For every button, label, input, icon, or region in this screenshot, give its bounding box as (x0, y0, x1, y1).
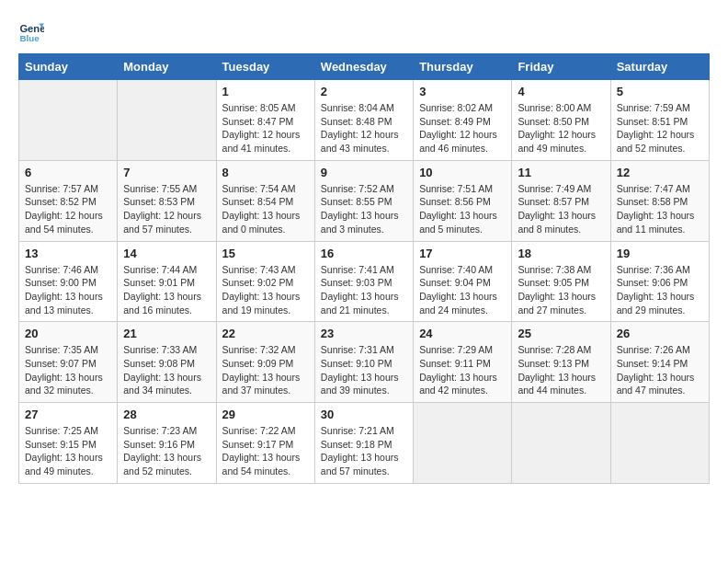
day-info: Sunrise: 7:31 AMSunset: 9:10 PMDaylight:… (321, 343, 407, 397)
day-number: 27 (25, 408, 111, 421)
day-info: Sunrise: 7:52 AMSunset: 8:55 PMDaylight:… (321, 182, 407, 236)
day-number: 17 (419, 247, 506, 260)
calendar-cell: 11Sunrise: 7:49 AMSunset: 8:57 PMDayligh… (512, 160, 610, 241)
calendar-cell (512, 403, 610, 484)
calendar-cell: 7Sunrise: 7:55 AMSunset: 8:53 PMDaylight… (118, 160, 216, 241)
day-info: Sunrise: 8:00 AMSunset: 8:50 PMDaylight:… (518, 101, 604, 155)
calendar-cell: 17Sunrise: 7:40 AMSunset: 9:04 PMDayligh… (414, 241, 512, 322)
calendar-cell: 24Sunrise: 7:29 AMSunset: 9:11 PMDayligh… (414, 322, 512, 403)
calendar-table: SundayMondayTuesdayWednesdayThursdayFrid… (18, 53, 710, 484)
calendar-cell: 8Sunrise: 7:54 AMSunset: 8:54 PMDaylight… (216, 160, 314, 241)
day-number: 23 (321, 327, 407, 340)
day-number: 1 (222, 85, 309, 98)
calendar-cell: 21Sunrise: 7:33 AMSunset: 9:08 PMDayligh… (118, 322, 216, 403)
day-number: 18 (518, 247, 604, 260)
day-number: 26 (617, 327, 703, 340)
logo: General Blue (18, 18, 48, 44)
day-info: Sunrise: 7:41 AMSunset: 9:03 PMDaylight:… (321, 263, 407, 317)
calendar-cell: 3Sunrise: 8:02 AMSunset: 8:49 PMDaylight… (414, 80, 512, 161)
day-info: Sunrise: 7:32 AMSunset: 9:09 PMDaylight:… (222, 343, 309, 397)
calendar-cell: 18Sunrise: 7:38 AMSunset: 9:05 PMDayligh… (512, 241, 610, 322)
day-number: 20 (25, 327, 111, 340)
calendar-cell: 27Sunrise: 7:25 AMSunset: 9:15 PMDayligh… (19, 403, 118, 484)
calendar-cell: 6Sunrise: 7:57 AMSunset: 8:52 PMDaylight… (19, 160, 118, 241)
day-number: 3 (419, 85, 506, 98)
day-number: 6 (25, 166, 111, 179)
day-info: Sunrise: 7:55 AMSunset: 8:53 PMDaylight:… (123, 182, 210, 236)
day-info: Sunrise: 7:44 AMSunset: 9:01 PMDaylight:… (123, 263, 210, 317)
day-info: Sunrise: 7:23 AMSunset: 9:16 PMDaylight:… (123, 424, 210, 478)
day-number: 30 (321, 408, 407, 421)
calendar-cell: 26Sunrise: 7:26 AMSunset: 9:14 PMDayligh… (610, 322, 709, 403)
calendar-cell: 22Sunrise: 7:32 AMSunset: 9:09 PMDayligh… (216, 322, 314, 403)
day-info: Sunrise: 7:33 AMSunset: 9:08 PMDaylight:… (123, 343, 210, 397)
day-number: 10 (419, 166, 506, 179)
day-number: 24 (419, 327, 506, 340)
calendar-cell: 25Sunrise: 7:28 AMSunset: 9:13 PMDayligh… (512, 322, 610, 403)
calendar-cell: 14Sunrise: 7:44 AMSunset: 9:01 PMDayligh… (118, 241, 216, 322)
calendar-cell: 5Sunrise: 7:59 AMSunset: 8:51 PMDaylight… (610, 80, 709, 161)
day-info: Sunrise: 7:51 AMSunset: 8:56 PMDaylight:… (419, 182, 506, 236)
calendar-cell: 4Sunrise: 8:00 AMSunset: 8:50 PMDaylight… (512, 80, 610, 161)
day-number: 4 (518, 85, 604, 98)
col-header-sunday: Sunday (19, 54, 118, 80)
day-info: Sunrise: 7:47 AMSunset: 8:58 PMDaylight:… (617, 182, 703, 236)
day-number: 2 (321, 85, 407, 98)
day-info: Sunrise: 7:49 AMSunset: 8:57 PMDaylight:… (518, 182, 604, 236)
day-number: 5 (617, 85, 703, 98)
day-info: Sunrise: 7:36 AMSunset: 9:06 PMDaylight:… (617, 263, 703, 317)
day-number: 28 (123, 408, 210, 421)
day-number: 22 (222, 327, 309, 340)
calendar-cell: 16Sunrise: 7:41 AMSunset: 9:03 PMDayligh… (314, 241, 413, 322)
day-number: 29 (222, 408, 309, 421)
day-number: 14 (123, 247, 210, 260)
logo-icon: General Blue (18, 18, 44, 44)
day-info: Sunrise: 7:29 AMSunset: 9:11 PMDaylight:… (419, 343, 506, 397)
day-info: Sunrise: 8:04 AMSunset: 8:48 PMDaylight:… (321, 101, 407, 155)
calendar-cell: 29Sunrise: 7:22 AMSunset: 9:17 PMDayligh… (216, 403, 314, 484)
col-header-tuesday: Tuesday (216, 54, 314, 80)
calendar-cell: 20Sunrise: 7:35 AMSunset: 9:07 PMDayligh… (19, 322, 118, 403)
col-header-friday: Friday (512, 54, 610, 80)
day-info: Sunrise: 7:40 AMSunset: 9:04 PMDaylight:… (419, 263, 506, 317)
svg-text:Blue: Blue (19, 33, 40, 43)
col-header-wednesday: Wednesday (314, 54, 413, 80)
day-info: Sunrise: 7:26 AMSunset: 9:14 PMDaylight:… (617, 343, 703, 397)
day-number: 8 (222, 166, 309, 179)
day-number: 9 (321, 166, 407, 179)
day-info: Sunrise: 7:38 AMSunset: 9:05 PMDaylight:… (518, 263, 604, 317)
calendar-cell: 23Sunrise: 7:31 AMSunset: 9:10 PMDayligh… (314, 322, 413, 403)
day-info: Sunrise: 7:57 AMSunset: 8:52 PMDaylight:… (25, 182, 111, 236)
day-info: Sunrise: 7:46 AMSunset: 9:00 PMDaylight:… (25, 263, 111, 317)
day-info: Sunrise: 8:05 AMSunset: 8:47 PMDaylight:… (222, 101, 309, 155)
day-info: Sunrise: 8:02 AMSunset: 8:49 PMDaylight:… (419, 101, 506, 155)
day-number: 11 (518, 166, 604, 179)
calendar-cell (414, 403, 512, 484)
calendar-cell: 28Sunrise: 7:23 AMSunset: 9:16 PMDayligh… (118, 403, 216, 484)
calendar-cell (610, 403, 709, 484)
page-header: General Blue (18, 18, 710, 44)
day-number: 15 (222, 247, 309, 260)
day-info: Sunrise: 7:59 AMSunset: 8:51 PMDaylight:… (617, 101, 703, 155)
calendar-cell: 19Sunrise: 7:36 AMSunset: 9:06 PMDayligh… (610, 241, 709, 322)
day-info: Sunrise: 7:28 AMSunset: 9:13 PMDaylight:… (518, 343, 604, 397)
calendar-cell: 13Sunrise: 7:46 AMSunset: 9:00 PMDayligh… (19, 241, 118, 322)
day-number: 19 (617, 247, 703, 260)
col-header-saturday: Saturday (610, 54, 709, 80)
calendar-cell: 10Sunrise: 7:51 AMSunset: 8:56 PMDayligh… (414, 160, 512, 241)
col-header-thursday: Thursday (414, 54, 512, 80)
calendar-cell (19, 80, 118, 161)
calendar-cell: 2Sunrise: 8:04 AMSunset: 8:48 PMDaylight… (314, 80, 413, 161)
day-info: Sunrise: 7:54 AMSunset: 8:54 PMDaylight:… (222, 182, 309, 236)
day-info: Sunrise: 7:22 AMSunset: 9:17 PMDaylight:… (222, 424, 309, 478)
day-info: Sunrise: 7:25 AMSunset: 9:15 PMDaylight:… (25, 424, 111, 478)
calendar-cell: 12Sunrise: 7:47 AMSunset: 8:58 PMDayligh… (610, 160, 709, 241)
day-number: 7 (123, 166, 210, 179)
col-header-monday: Monday (118, 54, 216, 80)
day-number: 21 (123, 327, 210, 340)
calendar-cell (118, 80, 216, 161)
day-number: 13 (25, 247, 111, 260)
day-info: Sunrise: 7:21 AMSunset: 9:18 PMDaylight:… (321, 424, 407, 478)
day-number: 16 (321, 247, 407, 260)
day-info: Sunrise: 7:43 AMSunset: 9:02 PMDaylight:… (222, 263, 309, 317)
